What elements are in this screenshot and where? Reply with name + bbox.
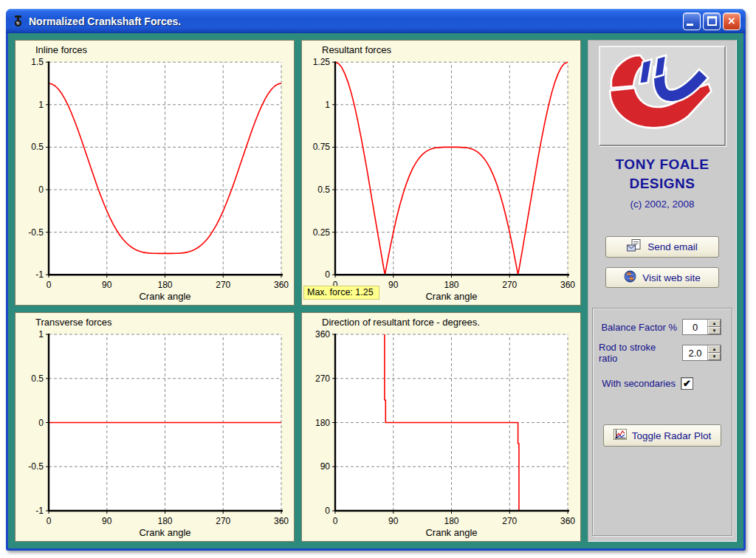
- svg-text:0: 0: [38, 185, 44, 195]
- spinner-down-button[interactable]: ▼: [708, 327, 721, 334]
- svg-text:90: 90: [102, 516, 112, 526]
- svg-text:Crank angle: Crank angle: [139, 527, 190, 538]
- maximize-icon: [707, 16, 717, 26]
- svg-text:90: 90: [320, 462, 331, 472]
- svg-text:0: 0: [38, 418, 44, 428]
- copyright-text: (c) 2002, 2008: [616, 198, 709, 211]
- direction-chart: 090180270360360270180900Crank angle: [302, 328, 580, 541]
- arrow-down-icon: ▼: [712, 354, 717, 359]
- rod-stroke-value[interactable]: 2.0: [683, 345, 707, 360]
- tony-foale-logo-icon: [603, 49, 721, 143]
- maximize-button[interactable]: [703, 13, 721, 30]
- svg-text:270: 270: [216, 516, 230, 526]
- svg-text:90: 90: [388, 516, 399, 526]
- brand-line2: DESIGNS: [616, 174, 709, 193]
- svg-text:0: 0: [325, 269, 330, 280]
- brand-line1: TONY FOALE: [616, 155, 709, 174]
- spinner-arrows: ▲ ▼: [707, 345, 721, 360]
- svg-text:1: 1: [38, 329, 44, 340]
- svg-text:360: 360: [560, 516, 575, 526]
- svg-text:-0.5: -0.5: [28, 227, 44, 238]
- svg-text:360: 360: [274, 280, 289, 290]
- svg-text:-0.5: -0.5: [28, 462, 44, 472]
- svg-text:0: 0: [325, 506, 330, 516]
- spinner-arrows: ▲ ▼: [707, 320, 721, 334]
- chart-title: Inline forces: [16, 41, 294, 55]
- with-secondaries-checkbox[interactable]: ✔: [681, 377, 693, 390]
- with-secondaries-label: With secondaries: [602, 378, 676, 389]
- svg-text:0: 0: [333, 516, 338, 526]
- svg-text:360: 360: [315, 329, 330, 340]
- svg-text:360: 360: [274, 516, 289, 526]
- minimize-button[interactable]: [683, 13, 701, 30]
- svg-text:0.25: 0.25: [313, 227, 331, 238]
- send-email-label: Send email: [647, 241, 698, 252]
- email-icon: [627, 239, 642, 254]
- svg-text:0: 0: [47, 280, 52, 290]
- spinner-up-button[interactable]: ▲: [708, 320, 721, 327]
- balance-factor-label: Balance Factor %: [601, 322, 677, 333]
- titlebar[interactable]: Normalized Crankshaft Forces. ✕: [6, 9, 746, 33]
- check-icon: ✔: [683, 378, 691, 389]
- svg-text:0.5: 0.5: [31, 373, 44, 384]
- close-button[interactable]: ✕: [723, 13, 740, 30]
- balance-factor-value[interactable]: 0: [683, 320, 707, 334]
- direction-panel: Direction of resultant force - degrees. …: [301, 312, 581, 542]
- transverse-forces-panel: Transverse forces 09018027036010.50-0.5-…: [15, 312, 295, 542]
- brand-block: TONY FOALE DESIGNS (c) 2002, 2008: [616, 155, 709, 211]
- minimize-icon: [687, 24, 693, 26]
- chart-grid: Inline forces 0901802703601.510.50-0.5-1…: [15, 40, 581, 542]
- svg-text:0.75: 0.75: [313, 142, 331, 152]
- balance-factor-stepper[interactable]: 0 ▲ ▼: [682, 319, 721, 335]
- sidebar: TONY FOALE DESIGNS (c) 2002, 2008 Send e…: [588, 40, 737, 542]
- svg-text:Crank angle: Crank angle: [425, 291, 477, 302]
- inline-forces-chart: 0901802703601.510.50-0.5-1Crank angle: [16, 55, 294, 305]
- arrow-up-icon: ▲: [712, 321, 717, 326]
- window-title: Normalized Crankshaft Forces.: [29, 16, 678, 27]
- chart-title: Transverse forces: [16, 313, 294, 328]
- inline-forces-panel: Inline forces 0901802703601.510.50-0.5-1…: [15, 40, 295, 306]
- visit-website-label: Visit web site: [642, 272, 701, 283]
- svg-text:180: 180: [444, 516, 458, 526]
- piston-crank-icon: [11, 15, 24, 28]
- client-area: Inline forces 0901802703601.510.50-0.5-1…: [8, 33, 743, 548]
- svg-text:0.5: 0.5: [317, 185, 330, 195]
- spinner-down-button[interactable]: ▼: [708, 353, 721, 360]
- svg-text:180: 180: [315, 418, 330, 428]
- svg-text:180: 180: [444, 280, 458, 290]
- send-email-button[interactable]: Send email: [605, 236, 719, 258]
- svg-text:180: 180: [157, 516, 172, 526]
- logo-box: [599, 46, 726, 146]
- svg-text:90: 90: [388, 280, 399, 290]
- svg-text:-1: -1: [35, 506, 44, 516]
- close-icon: ✕: [728, 16, 736, 27]
- spinner-up-button[interactable]: ▲: [708, 345, 721, 353]
- rod-stroke-row: Rod to stroke ratio 2.0 ▲ ▼: [599, 344, 726, 362]
- svg-text:0: 0: [47, 516, 52, 526]
- toggle-radar-plot-button[interactable]: Toggle Radar Plot: [603, 424, 721, 447]
- svg-text:270: 270: [216, 280, 230, 290]
- svg-text:270: 270: [315, 373, 330, 384]
- arrow-up-icon: ▲: [712, 347, 717, 351]
- arrow-down-icon: ▼: [712, 328, 717, 333]
- svg-text:360: 360: [560, 280, 575, 290]
- app-window: Normalized Crankshaft Forces. ✕ Inline f…: [6, 9, 746, 551]
- svg-text:270: 270: [502, 280, 517, 290]
- transverse-forces-chart: 09018027036010.50-0.5-1Crank angle: [16, 328, 294, 541]
- svg-text:270: 270: [502, 516, 517, 526]
- radar-chart-icon: [614, 429, 627, 442]
- svg-text:Crank angle: Crank angle: [139, 291, 190, 302]
- window-controls: ✕: [683, 13, 740, 30]
- toggle-radar-label: Toggle Radar Plot: [632, 430, 711, 441]
- secondaries-row: With secondaries ✔: [599, 374, 726, 392]
- chart-title: Resultant forces: [302, 41, 580, 55]
- max-force-badge: Max. force: 1.25: [303, 286, 379, 300]
- parameters-groupbox: Balance Factor % 0 ▲ ▼ Rod to stroke rat…: [592, 308, 732, 536]
- svg-text:-1: -1: [35, 269, 44, 280]
- balance-factor-row: Balance Factor % 0 ▲ ▼: [599, 318, 726, 336]
- rod-stroke-label: Rod to stroke ratio: [599, 342, 677, 364]
- svg-text:Crank angle: Crank angle: [425, 527, 477, 538]
- svg-text:90: 90: [102, 280, 112, 290]
- visit-website-button[interactable]: Visit web site: [605, 267, 719, 289]
- rod-stroke-stepper[interactable]: 2.0 ▲ ▼: [682, 345, 721, 361]
